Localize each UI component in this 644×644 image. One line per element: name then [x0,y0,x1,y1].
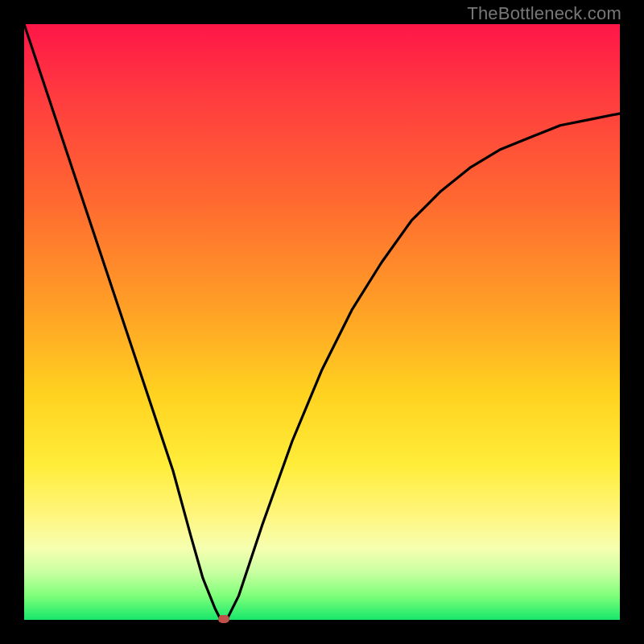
watermark-text: TheBottleneck.com [467,3,621,24]
bottleneck-curve [24,24,620,620]
optimal-point-marker [218,615,229,623]
chart-frame: TheBottleneck.com [0,0,644,644]
plot-area [24,24,620,620]
